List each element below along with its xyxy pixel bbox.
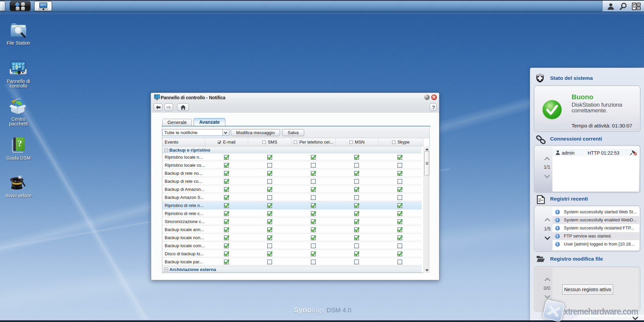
svg-text:?: ? (18, 139, 22, 148)
